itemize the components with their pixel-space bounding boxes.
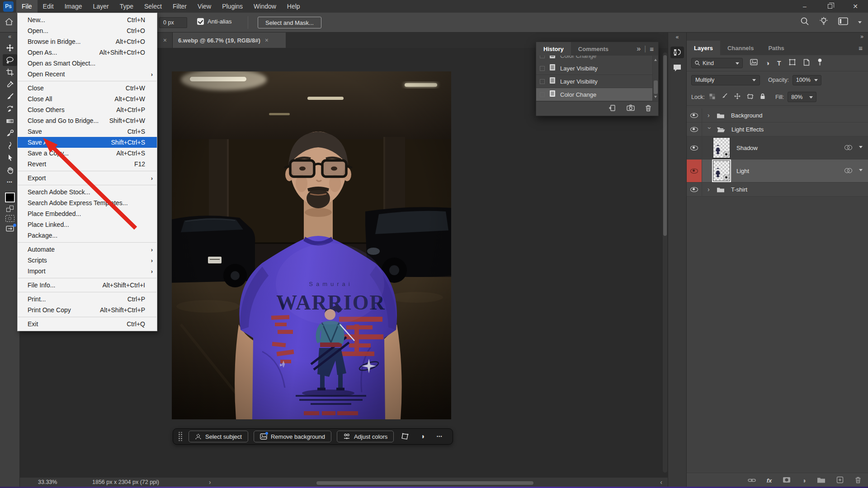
gradient-tool[interactable] [3, 115, 17, 127]
tab-comments[interactable]: Comments [571, 42, 616, 56]
workspace-icon[interactable] [838, 17, 848, 27]
menu-item-scripts[interactable]: Scripts› [18, 255, 157, 266]
menu-item-save[interactable]: SaveCtrl+S [18, 126, 157, 137]
filter-smart-objects-icon[interactable] [803, 59, 810, 68]
lock-position-icon[interactable] [734, 93, 741, 101]
tab-paths[interactable]: Paths [761, 41, 791, 55]
feather-input[interactable]: 0 px [159, 17, 187, 28]
minimize-button[interactable]: – [792, 0, 817, 13]
lock-pixels-brush-icon[interactable] [722, 93, 728, 101]
menu-type[interactable]: Type [114, 0, 139, 13]
history-source-checkbox[interactable] [540, 66, 545, 71]
panel-menu-icon[interactable]: ≡ [650, 45, 654, 53]
scroll-down-icon[interactable] [654, 96, 657, 99]
document-photo[interactable]: Samurai WARRIOR [172, 71, 451, 419]
menu-item-revert[interactable]: RevertF12 [18, 159, 157, 169]
comments-panel-icon[interactable] [670, 62, 684, 74]
lasso-tool[interactable] [3, 54, 17, 66]
layer-row-light-effects[interactable]: › Light Effects [687, 122, 868, 136]
filter-type-layers-icon[interactable]: T [777, 60, 781, 67]
eyedropper-tool[interactable] [3, 79, 17, 90]
menu-item-open-as-smart-object[interactable]: Open as Smart Object... [18, 58, 157, 69]
menu-item-print-one-copy[interactable]: Print One CopyAlt+Shift+Ctrl+P [18, 305, 157, 315]
toolbar-collapse-icon[interactable]: « [8, 33, 11, 42]
layer-chevron-icon[interactable] [859, 146, 863, 150]
lock-all-icon[interactable] [760, 93, 765, 101]
menu-edit[interactable]: Edit [38, 0, 59, 13]
disclosure-icon[interactable]: › [706, 127, 713, 131]
quick-mask-icon[interactable] [5, 215, 14, 222]
discover-lightbulb-icon[interactable] [819, 17, 828, 28]
disclosure-icon[interactable]: › [708, 186, 712, 193]
new-layer-icon[interactable] [836, 476, 844, 485]
add-layer-mask-icon[interactable] [783, 477, 791, 485]
lock-artboard-icon[interactable] [747, 93, 754, 101]
history-step-clipped[interactable]: Color Change [536, 56, 652, 62]
tab-history[interactable]: History [536, 42, 571, 56]
menu-filter[interactable]: Filter [167, 0, 192, 13]
menu-item-close-all[interactable]: Close AllAlt+Ctrl+W [18, 94, 157, 104]
disclosure-icon[interactable]: › [708, 112, 712, 119]
new-snapshot-camera-icon[interactable] [627, 104, 635, 113]
new-document-from-state-icon[interactable] [609, 104, 617, 113]
menu-item-close-and-go-to-bridge[interactable]: Close and Go to Bridge...Shift+Ctrl+W [18, 115, 157, 126]
menu-view[interactable]: View [192, 0, 217, 13]
layer-row-light-selected[interactable]: Light [687, 160, 868, 183]
menu-item-exit[interactable]: ExitCtrl+Q [18, 319, 157, 329]
move-tool[interactable] [3, 42, 17, 54]
link-layers-icon[interactable] [748, 477, 756, 485]
close-button[interactable]: ✕ [843, 0, 868, 13]
menu-item-import[interactable]: Import› [18, 266, 157, 277]
menu-item-export[interactable]: Export› [18, 173, 157, 183]
new-group-folder-icon[interactable] [817, 477, 826, 485]
menu-item-place-linked[interactable]: Place Linked... [18, 219, 157, 230]
canvas-horizontal-scrollbar[interactable] [316, 481, 533, 485]
menu-select[interactable]: Select [139, 0, 167, 13]
foreground-color-swatch[interactable] [5, 192, 15, 202]
screen-mode-icon[interactable] [5, 225, 14, 234]
history-step-selected[interactable]: Color Change [536, 88, 652, 101]
adjust-colors-button[interactable]: Adjust colors [337, 431, 394, 442]
visibility-toggle[interactable] [687, 108, 702, 122]
dock-expand-icon[interactable]: » [860, 33, 863, 40]
taskbar-drag-handle[interactable] [179, 432, 182, 441]
menu-item-close[interactable]: CloseCtrl+W [18, 83, 157, 94]
history-scroll-thumb[interactable] [654, 80, 658, 94]
workspace-chevron-icon[interactable] [858, 21, 862, 25]
mixer-brush-tool[interactable] [3, 127, 17, 139]
remove-background-button[interactable]: Remove background [254, 431, 331, 442]
menu-item-save-as[interactable]: Save As...Shift+Ctrl+S [18, 137, 157, 148]
filter-kind-dropdown[interactable]: Kind [691, 58, 743, 68]
menu-item-automate[interactable]: Automate› [18, 244, 157, 255]
menu-item-open-recent[interactable]: Open Recent› [18, 69, 157, 80]
layer-row-shadow[interactable]: Shadow [687, 136, 868, 160]
panel-collapse-icon[interactable]: » [637, 45, 641, 53]
visibility-toggle[interactable] [687, 122, 702, 136]
adjustment-half-circle-icon[interactable]: ◑ [416, 431, 428, 442]
anti-alias-checkbox[interactable] [197, 18, 204, 25]
delete-layer-trash-icon[interactable] [854, 476, 862, 485]
path-select-tool[interactable] [3, 152, 17, 164]
menu-item-browse-in-bridge[interactable]: Browse in Bridge...Alt+Ctrl+O [18, 36, 157, 47]
menu-item-save-a-copy[interactable]: Save a Copy...Alt+Ctrl+S [18, 148, 157, 159]
vertical-scroll-thumb[interactable] [663, 55, 667, 236]
layer-styles-fx-icon[interactable]: fx [767, 477, 772, 484]
tab-channels[interactable]: Channels [720, 41, 761, 55]
menu-item-open[interactable]: Open...Ctrl+O [18, 25, 157, 36]
layer-chevron-icon[interactable] [859, 169, 863, 173]
menu-item-new[interactable]: New...Ctrl+N [18, 14, 157, 25]
filter-pixel-layers-icon[interactable] [750, 59, 758, 67]
tab-close-icon[interactable]: × [163, 37, 167, 44]
layer-effects-circles-icon[interactable] [844, 168, 853, 174]
layer-row-tshirt[interactable]: › T-shirt [687, 183, 868, 197]
menu-layer[interactable]: Layer [88, 0, 114, 13]
tab-layers[interactable]: Layers [687, 41, 720, 55]
history-scrollbar[interactable] [652, 56, 658, 101]
swap-colors-icon[interactable] [6, 206, 14, 212]
menu-item-print[interactable]: Print...Ctrl+P [18, 294, 157, 305]
document-tab-active[interactable]: 6.webp @ 66.7% (19, RGB/8#) × [173, 33, 286, 48]
history-step[interactable]: Layer Visibility [536, 62, 652, 75]
filter-shape-layers-icon[interactable] [789, 59, 796, 67]
visibility-toggle-highlighted[interactable] [687, 160, 702, 182]
visibility-toggle[interactable] [687, 136, 702, 159]
